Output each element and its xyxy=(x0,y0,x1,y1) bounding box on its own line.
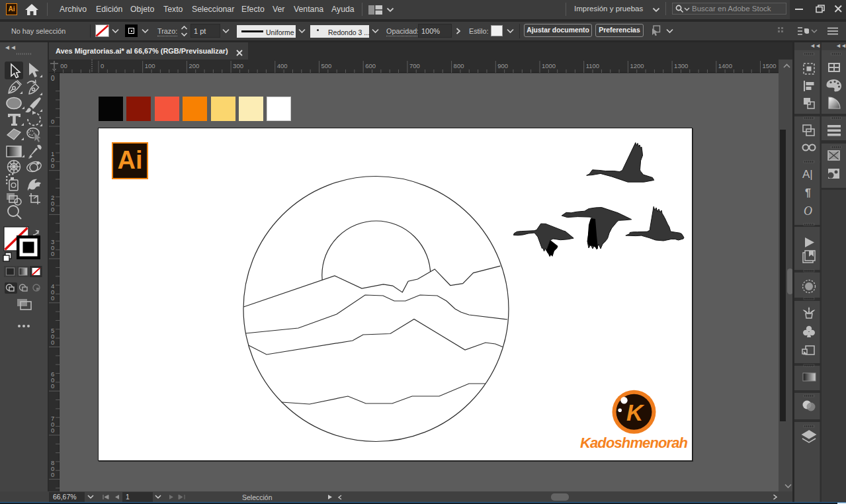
svg-text:1100: 1100 xyxy=(586,62,599,69)
svg-text:0: 0 xyxy=(51,294,54,302)
svg-text:1200: 1200 xyxy=(630,62,644,69)
svg-text:O: O xyxy=(804,204,812,218)
svg-text:00: 00 xyxy=(60,62,67,69)
svg-text:0: 0 xyxy=(51,471,54,478)
svg-text:700: 700 xyxy=(409,62,420,69)
svg-text:300: 300 xyxy=(233,62,243,69)
svg-text:A|: A| xyxy=(802,168,813,181)
svg-text:800: 800 xyxy=(454,62,464,69)
svg-text:1300: 1300 xyxy=(674,62,688,69)
svg-text:0: 0 xyxy=(51,427,54,434)
svg-text:600: 600 xyxy=(365,62,376,69)
svg-text:100: 100 xyxy=(145,62,155,69)
svg-text:0: 0 xyxy=(51,206,54,213)
svg-text:0: 0 xyxy=(51,250,54,257)
svg-text:500: 500 xyxy=(321,62,332,69)
svg-text:1400: 1400 xyxy=(718,62,732,69)
svg-text:0: 0 xyxy=(51,382,54,390)
svg-text:0: 0 xyxy=(101,62,104,69)
svg-text:0: 0 xyxy=(51,162,54,169)
svg-text:400: 400 xyxy=(277,62,288,69)
svg-text:1500: 1500 xyxy=(763,62,777,69)
svg-text:Kadoshmenorah: Kadoshmenorah xyxy=(580,435,688,451)
svg-text:0: 0 xyxy=(51,75,55,82)
svg-text:1000: 1000 xyxy=(542,62,556,69)
svg-text:900: 900 xyxy=(497,62,508,69)
svg-text:200: 200 xyxy=(189,62,199,69)
svg-text:K: K xyxy=(626,399,645,425)
svg-text:¶: ¶ xyxy=(805,187,811,198)
svg-text:0: 0 xyxy=(51,118,54,125)
svg-text:0: 0 xyxy=(51,339,54,346)
